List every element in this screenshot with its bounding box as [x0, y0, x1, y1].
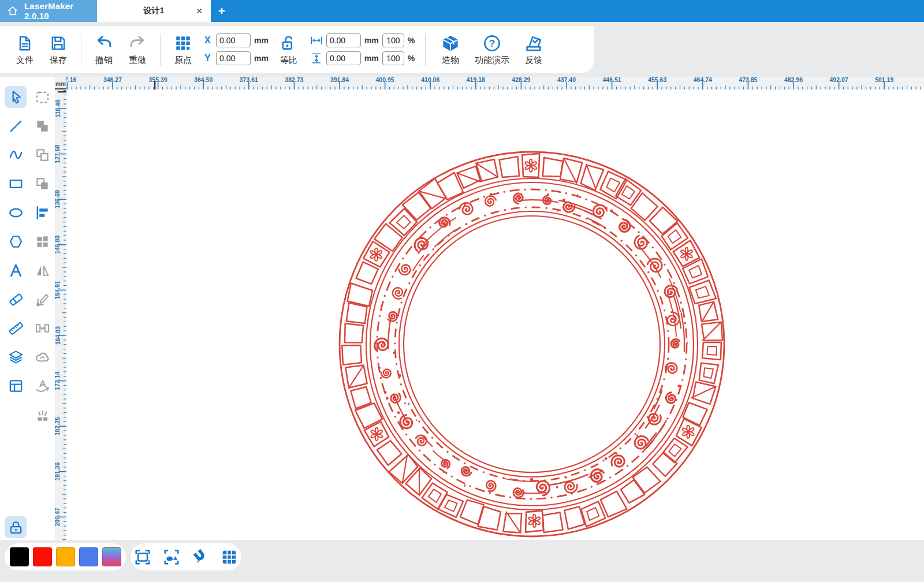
- mirror-tool[interactable]: [31, 259, 53, 281]
- feature-demo-button[interactable]: ? 功能演示: [467, 29, 517, 70]
- feedback-label: 反馈: [525, 55, 542, 66]
- grid-toggle-button[interactable]: [220, 548, 239, 566]
- width-percent-input[interactable]: [382, 33, 404, 47]
- undo-button[interactable]: 撤销: [87, 29, 121, 70]
- ruler-unit-label: mm: [55, 81, 66, 87]
- toolbar-separator: [160, 33, 161, 66]
- swatch-orange[interactable]: [56, 547, 75, 566]
- curve-tool[interactable]: [5, 144, 27, 166]
- align-tool[interactable]: [31, 202, 53, 223]
- cloud-tool[interactable]: [31, 346, 53, 368]
- measure-tool[interactable]: [5, 317, 27, 339]
- shapeselect-icon: [163, 549, 180, 566]
- file-label: 文件: [16, 55, 33, 66]
- height-percent-input[interactable]: [382, 51, 404, 65]
- width-input[interactable]: [326, 33, 361, 47]
- feature-demo-label: 功能演示: [475, 55, 509, 66]
- svg-text:191.36: 191.36: [55, 462, 61, 481]
- layers-tool[interactable]: [5, 346, 27, 368]
- height-input[interactable]: [326, 51, 361, 65]
- textpath-icon: [35, 378, 50, 394]
- node-edit-tool[interactable]: [31, 288, 53, 310]
- swatch-red[interactable]: [33, 547, 52, 566]
- layers-icon: [8, 349, 24, 365]
- text-path-tool[interactable]: [31, 375, 53, 397]
- polygon-tool[interactable]: [5, 230, 27, 252]
- undo-icon: [95, 33, 113, 54]
- height-unit-label: mm: [364, 54, 379, 63]
- svg-text:382.73: 382.73: [285, 77, 303, 83]
- eraser-tool[interactable]: [5, 288, 27, 310]
- y-unit-label: mm: [254, 54, 269, 63]
- redo-button[interactable]: 重做: [121, 29, 154, 70]
- svg-text:164.03: 164.03: [55, 326, 61, 345]
- subtract-icon: [35, 147, 50, 163]
- width-percent-sign: %: [408, 36, 415, 45]
- svg-text:391.84: 391.84: [330, 77, 349, 83]
- distribute-tool[interactable]: [31, 317, 53, 339]
- fit-frame-button[interactable]: [133, 548, 152, 566]
- line-tool[interactable]: [5, 115, 27, 137]
- snap-magnet-button[interactable]: [191, 548, 210, 566]
- proportional-lock-button[interactable]: 等比: [272, 29, 305, 70]
- y-position-input[interactable]: [216, 51, 251, 65]
- text-tool[interactable]: [5, 259, 27, 281]
- explode-tool[interactable]: [31, 404, 53, 426]
- intersect-tool[interactable]: [31, 173, 53, 195]
- app-home-area[interactable]: LaserMaker 2.0.10: [0, 0, 97, 22]
- lock-canvas-tool[interactable]: [5, 516, 27, 538]
- shape-select-button[interactable]: [162, 548, 181, 566]
- create-label: 造物: [442, 55, 459, 66]
- feedback-button[interactable]: 反馈: [517, 29, 550, 70]
- x-position-input[interactable]: [216, 33, 251, 47]
- svg-text:437.40: 437.40: [557, 77, 576, 83]
- tab-close-icon[interactable]: ✕: [193, 5, 205, 17]
- layout-tool[interactable]: [5, 375, 27, 397]
- swatch-gradient[interactable]: [102, 547, 121, 566]
- swatch-blue[interactable]: [79, 547, 98, 566]
- main-toolbar: 文件 保存 撤销 重做 原点 X mm Y mm 等比: [0, 26, 594, 73]
- document-tab[interactable]: 设计1 ✕: [97, 0, 211, 22]
- svg-text:173.14: 173.14: [55, 371, 61, 390]
- svg-text:154.91: 154.91: [55, 281, 61, 299]
- home-icon[interactable]: [7, 5, 18, 17]
- svg-text:346.27: 346.27: [103, 77, 122, 83]
- subtract-tool[interactable]: [31, 144, 53, 166]
- tool-sidebar: [0, 77, 55, 540]
- size-inputs: mm % mm %: [310, 33, 415, 65]
- design-canvas[interactable]: [66, 89, 924, 540]
- text-icon: [8, 263, 24, 278]
- create-button[interactable]: 造物: [434, 29, 467, 70]
- help-circle-icon: ?: [483, 33, 501, 54]
- rectangle-tool[interactable]: [5, 173, 27, 195]
- height-arrow-icon: [310, 53, 323, 64]
- array-tool[interactable]: [31, 230, 53, 252]
- file-button[interactable]: 文件: [8, 29, 42, 70]
- svg-text:200.47: 200.47: [55, 508, 61, 526]
- horizontal-ruler: 337.16346.27355.39364.50373.61382.73391.…: [55, 77, 924, 89]
- marquee-select-tool[interactable]: [31, 86, 53, 108]
- origin-button[interactable]: 原点: [166, 29, 200, 70]
- x-axis-label: X: [204, 35, 213, 46]
- position-inputs: X mm Y mm: [204, 33, 269, 65]
- svg-text:501.19: 501.19: [875, 77, 893, 83]
- y-axis-label: Y: [204, 53, 213, 64]
- box-3d-icon: [441, 33, 460, 54]
- swatch-black[interactable]: [10, 547, 29, 566]
- ellipse-tool[interactable]: [5, 202, 27, 223]
- union-tool[interactable]: [31, 115, 53, 137]
- lock-icon: [8, 520, 24, 535]
- origin-label: 原点: [174, 55, 192, 66]
- svg-text:428.29: 428.29: [512, 77, 530, 83]
- ornamental-ring[interactable]: [66, 89, 924, 540]
- curve-icon: [8, 147, 24, 163]
- select-tool[interactable]: [5, 86, 27, 108]
- marquee-icon: [35, 89, 50, 105]
- polygon-icon: [8, 234, 24, 249]
- document-tab-label: 设计1: [144, 6, 165, 16]
- new-tab-button[interactable]: +: [214, 2, 230, 20]
- svg-text:400.95: 400.95: [376, 77, 394, 83]
- save-button[interactable]: 保存: [42, 29, 75, 70]
- mirror-icon: [35, 263, 50, 278]
- save-label: 保存: [50, 55, 67, 66]
